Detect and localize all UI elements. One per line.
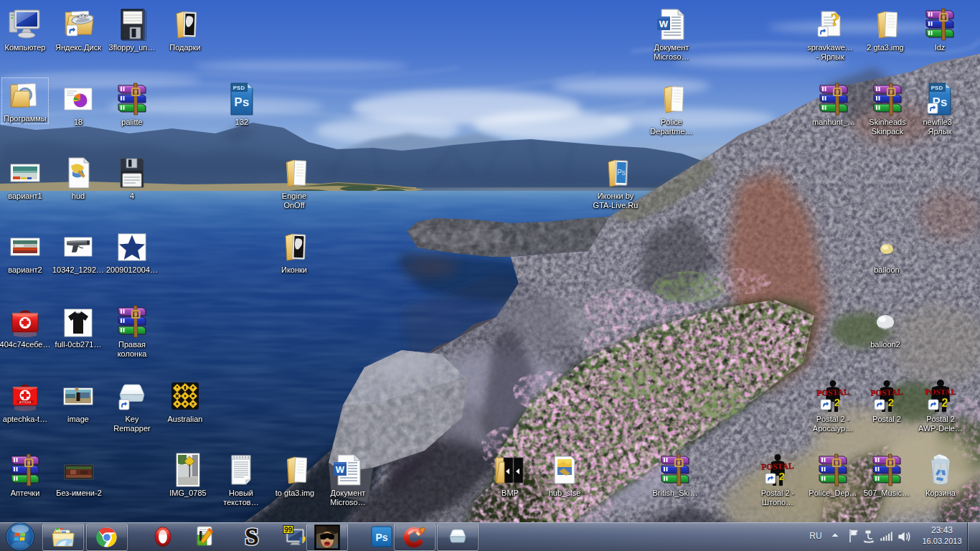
svg-text:Ps: Ps	[375, 532, 387, 543]
svg-text:S: S	[245, 525, 259, 548]
svg-text:99: 99	[284, 526, 293, 534]
